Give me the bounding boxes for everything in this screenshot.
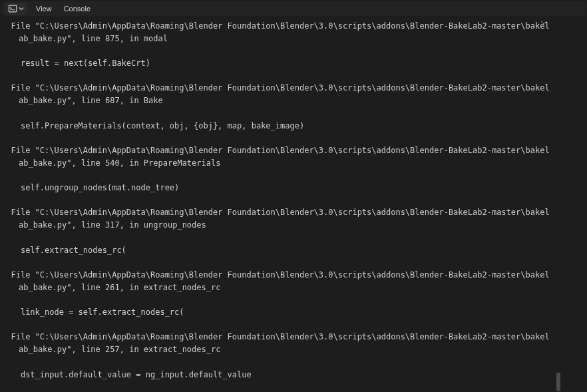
svg-rect-0 <box>9 5 16 12</box>
blank-line <box>1 356 550 369</box>
editor-type-selector[interactable] <box>5 3 27 15</box>
console-header: View Console <box>1 1 586 16</box>
console-icon <box>8 4 17 13</box>
traceback-code-line: result = next(self.BakeCrt) <box>1 57 550 70</box>
console-output: File "C:\Users\Admin\AppData\Roaming\Ble… <box>0 16 551 392</box>
scrollbar[interactable] <box>556 373 560 391</box>
traceback-file-line: File "C:\Users\Admin\AppData\Roaming\Ble… <box>1 82 550 106</box>
menu-console[interactable]: Console <box>61 3 93 14</box>
traceback-file-line: File "C:\Users\Admin\AppData\Roaming\Ble… <box>1 20 550 45</box>
blank-line <box>1 294 550 306</box>
traceback-code-line: self.extract_nodes_rc( <box>1 244 550 257</box>
blank-line <box>1 70 550 83</box>
traceback-file-line: File "C:\Users\Admin\AppData\Roaming\Ble… <box>1 206 550 231</box>
blank-line <box>1 232 550 244</box>
blank-line <box>1 45 550 57</box>
traceback-code-line: self.PrepareMaterials(context, obj, {obj… <box>1 120 550 132</box>
traceback-code-line: dst_input.default_value = ng_input.defau… <box>1 369 550 381</box>
menu-view[interactable]: View <box>33 3 55 14</box>
traceback-file-line: File "C:\Users\Admin\AppData\Roaming\Ble… <box>1 331 550 355</box>
blank-line <box>1 194 550 207</box>
blank-line <box>1 319 550 331</box>
blank-line <box>1 169 550 182</box>
traceback-file-line: File "C:\Users\Admin\AppData\Roaming\Ble… <box>1 144 550 169</box>
blank-line <box>1 107 550 120</box>
traceback-code-line: self.ungroup_nodes(mat.node_tree) <box>1 182 550 194</box>
chevron-down-icon <box>19 6 24 11</box>
blank-line <box>1 256 550 269</box>
traceback-file-line: File "C:\Users\Admin\AppData\Roaming\Ble… <box>1 269 550 294</box>
blank-line <box>1 381 550 392</box>
blank-line <box>1 132 550 144</box>
traceback-code-line: link_node = self.extract_nodes_rc( <box>1 306 550 319</box>
